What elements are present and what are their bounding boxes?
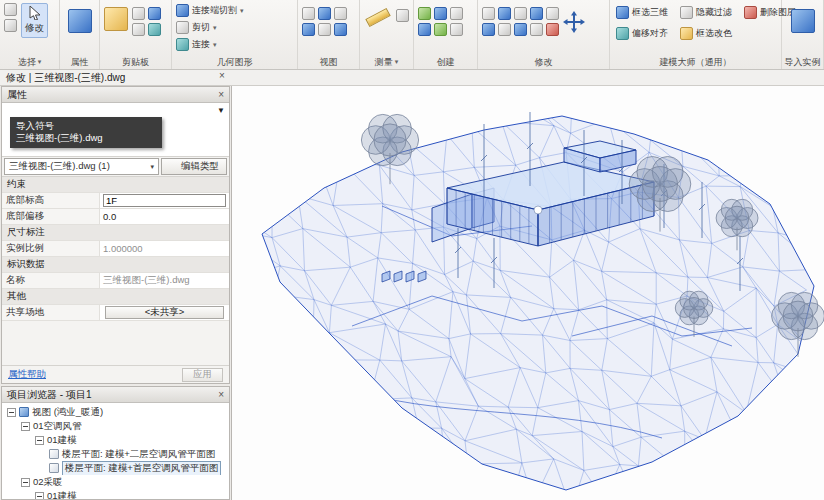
prop-name: 底部偏移 — [2, 209, 100, 224]
ribbon: 修改 选择▾ 属性 — [0, 0, 824, 70]
offset-align-tool[interactable]: 偏移对齐 — [614, 26, 670, 41]
cope-tool[interactable]: 连接端切割 ▾ — [176, 4, 244, 17]
shared-site-button[interactable]: <未共享> — [105, 306, 224, 319]
mirror-icon[interactable] — [514, 7, 527, 20]
collapse-icon[interactable] — [7, 408, 16, 417]
hide-elements-icon[interactable] — [318, 7, 331, 20]
ribbon-panel-properties: 属性 — [60, 0, 100, 69]
tree-item-plan-level2[interactable]: 楼层平面: 建模+二层空调风管平面图 — [2, 447, 229, 461]
cursor-icon — [29, 6, 41, 20]
chevron-down-icon: ▾ — [240, 7, 244, 15]
tree-item-heating[interactable]: 02采暖 — [2, 475, 229, 489]
panel-label-view[interactable]: 视图 — [298, 55, 359, 69]
cut-icon[interactable] — [132, 7, 145, 20]
thin-lines-icon[interactable] — [302, 7, 315, 20]
prop-group-dimensions[interactable]: 尺寸标注 — [2, 225, 229, 241]
ribbon-panel-modify: 修改 — [478, 0, 610, 69]
project-browser-header[interactable]: 项目浏览器 - 项目1 × — [2, 387, 229, 403]
type-preview-area: ▼ 导入符号 三维视图-(三维).dwg — [2, 103, 229, 157]
match-type-icon[interactable] — [132, 23, 145, 36]
prop-value: 1.000000 — [100, 241, 229, 256]
modify-button-label: 修改 — [25, 22, 44, 35]
apply-button[interactable]: 应用 — [182, 368, 223, 382]
close-icon[interactable]: × — [219, 70, 225, 81]
base-level-input[interactable] — [103, 194, 226, 207]
rotate-icon[interactable] — [530, 7, 543, 20]
trim-icon[interactable] — [498, 23, 511, 36]
collapse-icon[interactable] — [35, 492, 44, 500]
measure-icon[interactable] — [365, 8, 390, 27]
tree-item-views-root[interactable]: 视图 (鸿业_暖通) — [2, 405, 229, 419]
revit-app: 修改 选择▾ 属性 — [0, 0, 824, 500]
dimension-icon[interactable] — [396, 9, 409, 22]
collapse-icon[interactable] — [21, 478, 30, 487]
edit-type-button[interactable]: 编辑类型 — [161, 158, 227, 175]
offset-icon[interactable] — [498, 7, 511, 20]
create-assembly-icon[interactable] — [450, 7, 463, 20]
prop-group-other[interactable]: 其他 — [2, 289, 229, 305]
camera-icon[interactable] — [334, 23, 347, 36]
panel-label-master[interactable]: 建模大师（通用） — [610, 55, 781, 69]
ribbon-panel-geometry: 连接端切割 ▾ 剪切 ▾ 连接 ▾ 几何图形 — [172, 0, 298, 69]
select-box-icon[interactable] — [4, 3, 17, 16]
properties-palette-header[interactable]: 属性 × — [2, 87, 229, 103]
array-icon[interactable] — [514, 23, 527, 36]
ribbon-panel-view: 视图 — [298, 0, 360, 69]
join-tool[interactable]: 连接 ▾ — [176, 38, 244, 51]
create-similar-icon[interactable] — [434, 7, 447, 20]
panel-label-select[interactable]: 选择▾ — [0, 55, 59, 69]
explode-icon[interactable] — [791, 9, 815, 33]
panel-label-geometry[interactable]: 几何图形 — [172, 55, 297, 69]
collapse-icon[interactable] — [35, 436, 44, 445]
properties-icon[interactable] — [68, 9, 92, 33]
copy-icon[interactable] — [148, 7, 161, 20]
close-icon[interactable]: × — [218, 389, 224, 400]
type-preview-line1: 导入符号 — [16, 120, 156, 132]
site-3d-view[interactable] — [232, 86, 824, 500]
prop-name: 共享场地 — [2, 305, 100, 320]
align-icon[interactable] — [482, 7, 495, 20]
isolate-icon[interactable] — [334, 7, 347, 20]
tree-item-hvac-duct[interactable]: 01空调风管 — [2, 419, 229, 433]
prop-value: 三维视图-(三维).dwg — [100, 273, 229, 288]
tree-item-modeling-2[interactable]: 01建模 — [2, 489, 229, 499]
collapse-icon[interactable] — [21, 422, 30, 431]
hide-filter-tool[interactable]: 隐藏过滤 — [678, 5, 734, 20]
views-icon — [19, 407, 29, 417]
panel-label-measure[interactable]: 测量▾ — [360, 55, 413, 69]
box3d-tool[interactable]: 框选三维 — [614, 5, 670, 20]
drawing-area[interactable] — [232, 86, 824, 500]
section-box-icon[interactable] — [302, 23, 315, 36]
panel-label-import[interactable]: 导入实例 — [782, 55, 823, 69]
prop-group-identity[interactable]: 标识数据 — [2, 257, 229, 273]
create-parts-icon[interactable] — [418, 23, 431, 36]
prop-group-constraints[interactable]: 约束 — [2, 177, 229, 193]
chevron-down-icon: ▾ — [395, 58, 399, 66]
split-icon[interactable] — [546, 7, 559, 20]
panel-label-clipboard[interactable]: 剪贴板 — [100, 55, 171, 69]
recolor-tool[interactable]: 框选改色 — [678, 26, 734, 41]
scale-icon[interactable] — [530, 23, 543, 36]
tree-item-plan-level1[interactable]: 楼层平面: 建模+首层空调风管平面图 — [2, 461, 229, 475]
create-legend-icon[interactable] — [450, 23, 463, 36]
cut-geometry-tool[interactable]: 剪切 ▾ — [176, 21, 244, 34]
modify-button[interactable]: 修改 — [21, 3, 48, 38]
tree-item-modeling-1[interactable]: 01建模 — [2, 433, 229, 447]
close-icon[interactable]: × — [218, 89, 224, 100]
prop-value[interactable]: 0.0 — [100, 209, 229, 224]
create-group-icon[interactable] — [418, 7, 431, 20]
select-filter-icon[interactable] — [4, 19, 17, 32]
paint-icon[interactable] — [148, 23, 161, 36]
preview-corner-icon[interactable]: ▼ — [217, 106, 225, 115]
reveal-icon[interactable] — [318, 23, 331, 36]
panel-label-properties[interactable]: 属性 — [60, 55, 99, 69]
delete-icon[interactable] — [546, 23, 559, 36]
move-icon[interactable] — [563, 11, 585, 33]
panel-label-modify[interactable]: 修改 — [478, 55, 609, 69]
type-selector-combo[interactable]: 三维视图-(三维).dwg (1) ▾ — [4, 158, 159, 175]
create-component-icon[interactable] — [434, 23, 447, 36]
panel-label-create[interactable]: 创建 — [414, 55, 477, 69]
properties-help-link[interactable]: 属性帮助 — [8, 368, 46, 381]
copy-move-icon[interactable] — [482, 23, 495, 36]
paste-icon[interactable] — [104, 7, 128, 31]
